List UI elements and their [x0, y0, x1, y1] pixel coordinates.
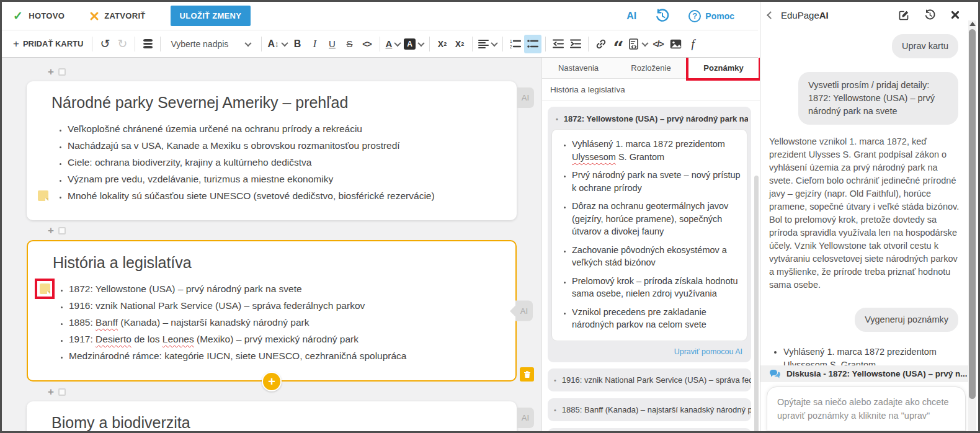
- help-button[interactable]: ? Pomoc: [688, 10, 734, 22]
- sticky-note-icon[interactable]: [38, 190, 48, 201]
- strikethrough-button[interactable]: S: [341, 35, 359, 53]
- close-panel-icon[interactable]: [951, 11, 960, 19]
- indent-button[interactable]: [567, 35, 584, 53]
- card-ai-tag[interactable]: AI: [517, 87, 534, 108]
- misspelled-word: Banff: [96, 317, 118, 328]
- bullet-list-button[interactable]: [524, 35, 541, 53]
- text-run: Vyhlásený 1. marca 1872 prezidentom: [572, 139, 725, 149]
- image-icon[interactable]: [667, 35, 684, 53]
- plus-icon: +: [48, 226, 54, 235]
- close-editor-button[interactable]: ZATVORIŤ: [89, 11, 145, 20]
- tab-rozloženie[interactable]: Rozloženie: [615, 58, 687, 78]
- card-ai-tag[interactable]: AI: [515, 301, 533, 321]
- user-message-bubble: Uprav kartu: [892, 34, 958, 58]
- text-run: Mnohé lokality sú súčasťou siete UNESCO …: [68, 190, 435, 201]
- font-size-button[interactable]: A↕: [265, 35, 288, 53]
- superscript-button[interactable]: X2: [434, 35, 451, 53]
- notes-scrollbar-thumb[interactable]: [754, 176, 759, 433]
- highlight-color-button[interactable]: A: [402, 35, 425, 53]
- card-selected[interactable]: História a legislatíva1872: Yellowstone …: [27, 240, 517, 382]
- text-color-button[interactable]: A: [384, 35, 403, 53]
- card[interactable]: Národné parky Severnej Ameriky – prehľad…: [27, 81, 517, 220]
- note-item-collapsed[interactable]: •1885: Banff (Kanada) – najstarší kanads…: [548, 398, 751, 421]
- delete-card-button[interactable]: [520, 367, 534, 382]
- subscript-button[interactable]: X2: [451, 35, 468, 53]
- close-x-icon: [89, 11, 99, 20]
- chat-input-placeholder: Opýtajte sa niečo alebo zadajte ako chce…: [777, 395, 955, 422]
- ai-panel-header: EduPageAI: [760, 2, 978, 28]
- sticky-note-icon[interactable]: [40, 283, 50, 294]
- help-label: Pomoc: [705, 11, 734, 21]
- add-card-between-button[interactable]: +: [48, 386, 541, 398]
- tab-nastavenia[interactable]: Nastavenia: [542, 58, 615, 78]
- card-title: Národné parky Severnej Ameriky – prehľad: [51, 94, 492, 112]
- text-run: 1885:: [69, 317, 96, 328]
- bold-button[interactable]: B: [289, 35, 306, 53]
- note-item-header[interactable]: • 1872: Yellowstone (USA) – prvý národný…: [551, 110, 748, 128]
- card-title: História a legislatíva: [53, 254, 491, 272]
- inline-code-button[interactable]: <>: [359, 35, 376, 53]
- plus-icon: +: [13, 38, 19, 50]
- layers-icon[interactable]: [139, 35, 156, 53]
- text-run: S. Grantom: [616, 152, 664, 162]
- note-item-collapsed[interactable]: •1917: Desierto de los Leones (Mexiko) –…: [548, 428, 751, 433]
- editor-toolbar: + PRIDAŤ KARTU ↺ ↻ Vyberte nadpis A↕ B I…: [2, 30, 758, 58]
- add-card-square-icon: [58, 388, 66, 396]
- card-editor-canvas: +Národné parky Severnej Ameriky – prehľa…: [2, 58, 541, 433]
- ai-panel-scrollbar[interactable]: [968, 20, 976, 431]
- tab-poznámky[interactable]: Poznámky: [687, 58, 760, 78]
- edit-with-ai-link[interactable]: Upraviť pomocou AI: [551, 342, 748, 360]
- blockquote-button[interactable]: “: [610, 35, 627, 53]
- add-card-between-button[interactable]: +: [48, 225, 541, 236]
- code-block-button[interactable]: </>: [649, 35, 667, 53]
- chat-input[interactable]: Opýtajte sa niečo alebo zadajte ako chce…: [767, 386, 966, 431]
- text-run: de los: [131, 334, 163, 344]
- scrollbar-thumb[interactable]: [969, 29, 976, 399]
- card-bullet: Ciele: ochrana biodiverzity, krajiny a k…: [68, 154, 492, 171]
- align-button[interactable]: [476, 35, 499, 53]
- note-bullet: Vznikol precedens pre zakladanie národný…: [572, 306, 742, 331]
- add-card-button[interactable]: + PRIDAŤ KARTU: [8, 38, 88, 50]
- text-run: Medzinárodné rámce: kategórie IUCN, siet…: [69, 350, 406, 361]
- text-run: Ciele: ochrana biodiverzity, krajiny a k…: [68, 157, 311, 167]
- text-run: (Mexiko) – prvý mexický národný park: [194, 334, 359, 344]
- outdent-button[interactable]: [550, 35, 567, 53]
- card-bullet: 1885: Banff (Kanada) – najstarší kanadsk…: [69, 314, 491, 331]
- add-card-plus-button[interactable]: +: [262, 372, 282, 391]
- formula-button[interactable]: f: [684, 35, 702, 53]
- card-bullet: Nachádzajú sa v USA, Kanade a Mexiku s o…: [68, 137, 492, 154]
- card-ai-tag[interactable]: AI: [517, 408, 534, 428]
- bullet-dot: •: [554, 406, 556, 414]
- notes-panel: NastaveniaRozloženiePoznámky História a …: [541, 58, 760, 433]
- note-item-label: 1885: Banff (Kanada) – najstarší kanadsk…: [562, 405, 751, 414]
- ai-note-bullet: Vyhlásený 1. marca 1872 prezidentom Ulys…: [783, 346, 960, 365]
- note-item-collapsed[interactable]: •1916: vznik National Park Service (USA)…: [548, 368, 751, 391]
- card[interactable]: Biomy a biodiverzitaArktická tundra Alja…: [27, 401, 517, 433]
- text-run: (Kanada) – najstarší kanadský národný pa…: [118, 317, 309, 328]
- user-message-bubble: Vygeneruj poznámky: [855, 308, 958, 332]
- add-card-between-button[interactable]: +: [48, 66, 541, 78]
- underline-button[interactable]: U: [324, 35, 341, 53]
- panel-tabs: NastaveniaRozloženiePoznámky: [542, 58, 760, 79]
- save-changes-button[interactable]: ULOŽIŤ ZMENY: [171, 6, 251, 26]
- italic-button[interactable]: I: [306, 35, 324, 53]
- undo-button[interactable]: ↺: [96, 35, 114, 53]
- compose-icon[interactable]: [899, 10, 909, 20]
- redo-button[interactable]: ↻: [114, 35, 131, 53]
- text-run: Význam pre vedu, vzdelávanie, turizmus a…: [68, 174, 333, 184]
- card-bullet: Medzinárodné rámce: kategórie IUCN, siet…: [69, 347, 491, 364]
- back-chevron-icon[interactable]: [767, 11, 775, 19]
- scroll-up-arrow[interactable]: [969, 22, 976, 26]
- ai-history-icon[interactable]: [924, 9, 936, 21]
- note-bullet: Prelomový krok – príroda získala hodnotu…: [572, 275, 742, 300]
- discussion-bar[interactable]: Diskusia - 1872: Yellowstone (USA) – prv…: [760, 365, 969, 382]
- text-run: 1916: vznik National Park Service (USA) …: [69, 300, 365, 311]
- topbar-ai-button[interactable]: AI: [626, 11, 636, 22]
- history-icon[interactable]: [655, 9, 670, 24]
- link-icon[interactable]: [592, 35, 610, 53]
- ordered-list-button[interactable]: 12: [507, 35, 524, 53]
- heading-style-select[interactable]: Vyberte nadpis: [164, 39, 257, 49]
- text-run: Prvý národný park na svete – nový prístu…: [572, 170, 741, 193]
- template-code-button[interactable]: [627, 35, 649, 53]
- done-button[interactable]: ✓ HOTOVO: [13, 9, 65, 23]
